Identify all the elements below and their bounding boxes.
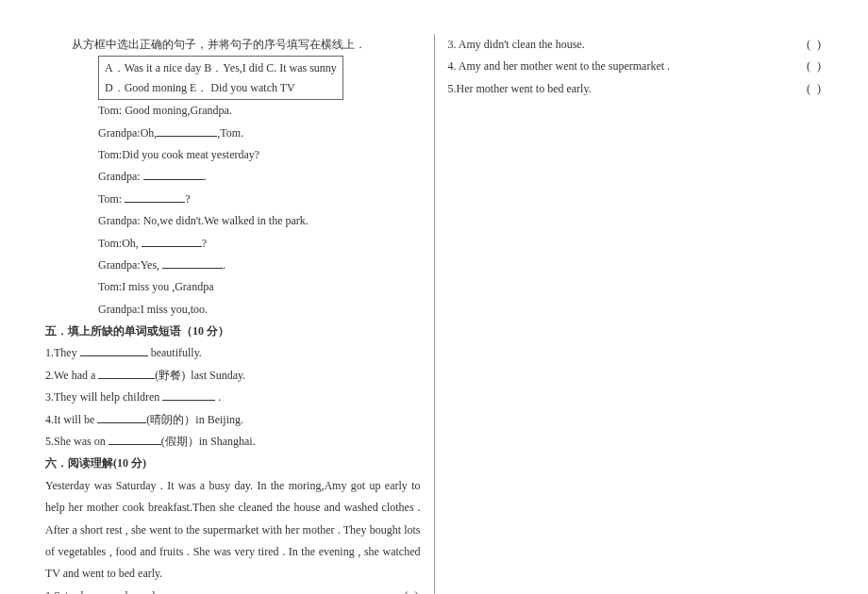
- blank[interactable]: [98, 369, 155, 379]
- s5-q4: 4.It will be (晴朗的）in Beijing.: [45, 409, 421, 431]
- answer-paren[interactable]: ( ): [807, 56, 823, 77]
- section-6-title: 六．阅读理解(10 分): [45, 453, 421, 474]
- s5-q1: 1.They beautifully.: [45, 342, 421, 364]
- blank[interactable]: [125, 192, 185, 203]
- s6-q4: 4. Amy and her mother went to the superm…: [448, 56, 824, 77]
- instruction: 从方框中选出正确的句子，并将句子的序号填写在横线上．: [45, 34, 421, 56]
- blank[interactable]: [80, 347, 148, 357]
- box-line-1: A．Was it a nice day B．Yes,I did C. It wa…: [105, 58, 337, 77]
- answer-paren[interactable]: ( ): [807, 78, 823, 100]
- s5-q2: 2.We had a (野餐) last Sunday.: [45, 365, 421, 387]
- blank[interactable]: [108, 435, 161, 445]
- s5-q5: 5.She was on (假期）in Shanghai.: [45, 431, 421, 453]
- dialogue-line: Tom: ?: [45, 189, 421, 210]
- s5-q3: 3.They will help children .: [45, 387, 421, 408]
- blank[interactable]: [142, 237, 202, 247]
- blank[interactable]: [97, 413, 146, 423]
- blank[interactable]: [162, 390, 215, 401]
- dialogue-line: Grandpa: .: [45, 166, 421, 188]
- blank[interactable]: [157, 126, 217, 137]
- dialogue-line: Grandpa: No,we didn't.We walked in the p…: [45, 210, 421, 232]
- dialogue-line: Grandpa:Yes, .: [45, 255, 421, 276]
- box-line-2: D．Good moning E． Did you watch TV: [105, 78, 337, 97]
- option-box: A．Was it a nice day B．Yes,I did C. It wa…: [98, 56, 343, 100]
- answer-paren[interactable]: ( ): [807, 34, 823, 56]
- s6-q3: 3. Amy didn't clean the house. ( ): [448, 34, 824, 56]
- reading-passage: Yesterday was Saturday . It was a busy d…: [45, 475, 421, 586]
- left-column: 从方框中选出正确的句子，并将句子的序号填写在横线上． A．Was it a ni…: [45, 34, 434, 594]
- dialogue-line: Tom: Good moning,Grandpa.: [45, 100, 421, 122]
- answer-paren[interactable]: ( ): [405, 586, 421, 594]
- dialogue-line: Tom:Did you cook meat yesterday?: [45, 144, 421, 166]
- blank[interactable]: [143, 171, 204, 181]
- right-column: 3. Amy didn't clean the house. ( ) 4. Am…: [435, 34, 824, 594]
- dialogue-line: Tom:I miss you ,Grandpa: [45, 276, 421, 298]
- s6-q1: 1.Saturday was a busy day. ( ): [45, 586, 421, 594]
- dialogue-line: Grandpa:I miss you,too.: [45, 299, 421, 321]
- dialogue-line: Tom:Oh, ?: [45, 233, 421, 255]
- dialogue-line: Grandpa:Oh,,Tom.: [45, 123, 421, 144]
- section-5-title: 五．填上所缺的单词或短语（10 分）: [45, 321, 421, 342]
- blank[interactable]: [162, 258, 223, 269]
- s6-q5: 5.Her mother went to bed early. ( ): [448, 78, 824, 100]
